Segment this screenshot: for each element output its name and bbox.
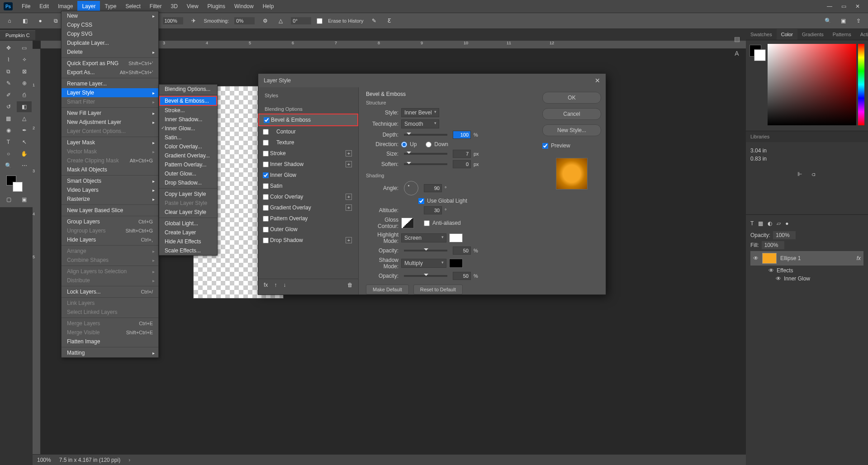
menu-image[interactable]: Image (53, 1, 77, 12)
styles-header[interactable]: Styles (258, 91, 358, 100)
style-item[interactable]: Stroke+ (258, 148, 358, 159)
cancel-button[interactable]: Cancel (542, 108, 601, 120)
submenu-item[interactable]: Blending Options... (159, 85, 217, 94)
highlight-opacity-slider[interactable] (404, 250, 447, 251)
add-effect-icon[interactable]: + (346, 237, 352, 243)
style-item[interactable]: Bevel & Emboss (258, 114, 358, 126)
smart-filter-icon[interactable]: ● (785, 220, 788, 227)
add-effect-icon[interactable]: + (346, 150, 352, 157)
highlight-mode-select[interactable]: Screen (401, 233, 446, 242)
menu-item[interactable]: Layer Mask (62, 138, 158, 147)
menu-item[interactable]: Mask All Objects (62, 165, 158, 174)
new-style-button[interactable]: New Style... (542, 124, 601, 136)
style-checkbox[interactable] (263, 205, 269, 211)
path-select-tool[interactable]: ↖ (17, 137, 32, 147)
submenu-item[interactable]: ✓Inner Glow... (159, 124, 217, 133)
chevron-right-icon[interactable]: › (128, 457, 130, 463)
submenu-item[interactable]: Outer Glow... (159, 169, 217, 178)
style-item[interactable]: Pattern Overlay (258, 213, 358, 224)
menu-view[interactable]: View (182, 1, 203, 12)
tab-actions[interactable]: Actions (856, 29, 868, 40)
menu-type[interactable]: Type (100, 1, 121, 12)
wand-tool[interactable]: ✧ (17, 54, 32, 65)
color-panel[interactable] (746, 40, 868, 131)
adj-filter-icon[interactable]: ◐ (768, 220, 772, 227)
shape-tool[interactable]: ○ (1, 148, 16, 159)
menu-item[interactable]: Rasterize (62, 195, 158, 204)
fill-value[interactable]: 100% (762, 241, 784, 249)
tab-swatches[interactable]: Swatches (746, 29, 777, 40)
visibility-icon[interactable]: 👁 (768, 267, 774, 274)
menu-item[interactable]: Quick Export as PNGShift+Ctrl+' (62, 59, 158, 68)
edit-toolbar[interactable]: ⋯ (17, 160, 32, 171)
eraser-tool[interactable]: ◧ (17, 101, 32, 112)
style-item[interactable]: Gradient Overlay+ (258, 202, 358, 213)
menu-item[interactable]: Smart Objects (62, 176, 158, 185)
marquee-tool[interactable]: ▭ (17, 43, 32, 53)
preview-check[interactable] (542, 143, 548, 149)
eyedropper-tool[interactable]: ✎ (1, 78, 16, 89)
lasso-tool[interactable]: ⌇ (1, 54, 16, 65)
style-item[interactable]: Drop Shadow+ (258, 235, 358, 246)
history-brush[interactable]: ↺ (1, 101, 16, 112)
shadow-opacity-slider[interactable] (404, 275, 447, 277)
submenu-item[interactable]: Clear Layer Style (159, 208, 217, 217)
style-checkbox[interactable] (263, 161, 269, 167)
menu-filter[interactable]: Filter (145, 1, 166, 12)
menu-select[interactable]: Select (121, 1, 145, 12)
symmetry-icon[interactable]: Ƹ (384, 16, 394, 26)
panel-icon[interactable]: ▤ (734, 33, 740, 45)
menu-window[interactable]: Window (230, 1, 258, 12)
style-item[interactable]: Outer Glow (258, 224, 358, 235)
gear-icon[interactable]: ⚙ (260, 16, 270, 26)
contour-picker[interactable] (401, 218, 414, 228)
layer-name[interactable]: Ellipse 1 (780, 255, 801, 261)
menu-item[interactable]: Hide LayersCtrl+, (62, 235, 158, 244)
close-dialog-icon[interactable]: ✕ (595, 77, 600, 84)
menu-item[interactable]: Copy SVG (62, 29, 158, 38)
pressure-size-icon[interactable]: ✎ (369, 16, 379, 26)
angle-input[interactable] (424, 184, 442, 192)
make-default-button[interactable]: Make Default (366, 285, 409, 294)
menu-3d[interactable]: 3D (166, 1, 182, 12)
blur-tool[interactable]: △ (17, 113, 32, 124)
shadow-mode-select[interactable]: Multiply (401, 259, 446, 268)
tab-gradients[interactable]: Gradients (797, 29, 828, 40)
shadow-color[interactable] (449, 259, 463, 268)
menu-item[interactable]: Rename Layer... (62, 79, 158, 88)
menu-item[interactable]: Export As...Alt+Shift+Ctrl+' (62, 68, 158, 77)
type-filter-icon[interactable]: T (750, 220, 754, 227)
style-item[interactable]: Inner Glow (258, 170, 358, 180)
smoothing-input[interactable] (234, 17, 255, 24)
size-slider[interactable] (404, 153, 447, 155)
brush-settings-icon[interactable]: ⧉ (51, 16, 61, 26)
type-tool[interactable]: T (1, 137, 16, 147)
highlight-color[interactable] (449, 233, 463, 242)
airbrush-icon[interactable]: ✈ (189, 16, 199, 26)
style-item[interactable]: Contour (258, 126, 358, 137)
style-checkbox[interactable] (263, 216, 269, 222)
up-icon[interactable]: ↑ (274, 282, 277, 288)
menu-plugins[interactable]: Plugins (203, 1, 230, 12)
global-light-check[interactable] (418, 198, 424, 204)
menu-edit[interactable]: Edit (35, 1, 53, 12)
size-input[interactable] (453, 150, 471, 158)
submenu-item[interactable]: Bevel & Emboss... (159, 96, 217, 106)
submenu-item[interactable]: Pattern Overlay... (159, 160, 217, 169)
submenu-item[interactable]: Gradient Overlay... (159, 151, 217, 160)
submenu-item[interactable]: Drop Shadow... (159, 178, 217, 187)
erase-history-check[interactable] (317, 18, 323, 24)
tab-patterns[interactable]: Patterns (828, 29, 856, 40)
anchor-icon[interactable]: ⫏ (811, 171, 816, 177)
style-checkbox[interactable] (263, 237, 269, 243)
gradient-tool[interactable]: ▦ (1, 113, 16, 124)
menu-item[interactable]: New (62, 11, 158, 20)
menu-item[interactable]: Layer Style (62, 88, 158, 97)
menu-item[interactable]: New Layer Based Slice (62, 206, 158, 215)
style-select[interactable]: Inner Bevel (401, 108, 439, 117)
close-icon[interactable]: ✕ (855, 3, 860, 9)
style-checkbox[interactable] (263, 172, 269, 178)
layer-thumb[interactable] (762, 253, 777, 264)
menu-item[interactable]: Group LayersCtrl+G (62, 217, 158, 226)
heal-tool[interactable]: ⊕ (17, 78, 32, 89)
